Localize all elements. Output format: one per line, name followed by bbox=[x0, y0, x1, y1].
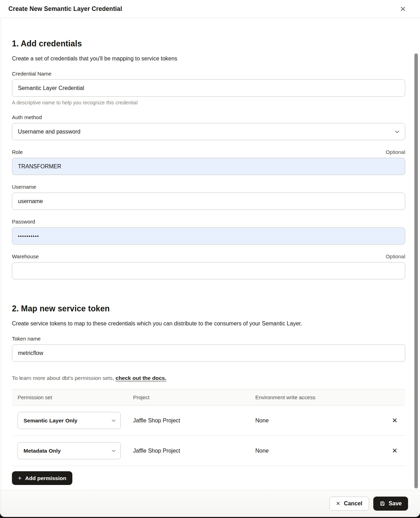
auth-method-selected-value: Username and password bbox=[18, 129, 80, 135]
scrollbar[interactable] bbox=[414, 53, 418, 488]
auth-method-field-group: Auth method Username and password bbox=[12, 114, 405, 140]
username-input[interactable] bbox=[12, 193, 405, 210]
cancel-button[interactable]: ✕ Cancel bbox=[329, 497, 369, 511]
section2-description: Create service tokens to map to these cr… bbox=[12, 320, 405, 327]
add-permission-label: Add permission bbox=[25, 475, 66, 481]
chevron-down-icon bbox=[395, 130, 399, 133]
modal-footer: ✕ Cancel Save bbox=[0, 490, 420, 517]
password-label: Password bbox=[12, 219, 35, 225]
credential-name-help: A descriptive name to help you recognize… bbox=[12, 100, 405, 105]
remove-permission-icon[interactable]: ✕ bbox=[390, 416, 400, 425]
docs-link[interactable]: check out the docs. bbox=[116, 375, 166, 381]
permission-row: Semantic Layer Only Jaffle Shop Project … bbox=[12, 406, 405, 436]
permission-row-env-write: None bbox=[255, 448, 384, 454]
username-field-group: Username bbox=[12, 184, 405, 210]
role-input[interactable] bbox=[12, 158, 405, 175]
create-credential-modal: Create New Semantic Layer Credential ✕ 1… bbox=[0, 0, 420, 517]
warehouse-label: Warehouse bbox=[12, 253, 39, 259]
permission-set-select[interactable]: Metadata Only bbox=[18, 442, 121, 459]
modal-content: 1. Add credentials Create a set of crede… bbox=[0, 18, 420, 490]
save-label: Save bbox=[389, 500, 402, 507]
auth-method-label: Auth method bbox=[12, 114, 42, 120]
permission-set-selected-value: Metadata Only bbox=[24, 448, 61, 454]
section1-description: Create a set of credentials that you'll … bbox=[12, 56, 405, 62]
token-name-input[interactable] bbox=[12, 344, 405, 362]
permission-row-env-write: None bbox=[255, 417, 384, 424]
column-header-permission-set: Permission set bbox=[18, 394, 133, 400]
warehouse-optional-tag: Optional bbox=[386, 253, 405, 259]
cancel-x-icon: ✕ bbox=[336, 500, 341, 507]
role-label: Role bbox=[12, 149, 23, 155]
modal-header: Create New Semantic Layer Credential ✕ bbox=[0, 0, 420, 18]
auth-method-select[interactable]: Username and password bbox=[12, 123, 405, 140]
password-input[interactable] bbox=[12, 227, 405, 245]
warehouse-input[interactable] bbox=[12, 262, 405, 279]
permission-set-select[interactable]: Semantic Layer Only bbox=[18, 412, 121, 429]
role-field-group: Role Optional bbox=[12, 149, 405, 175]
permission-docs-note: To learn more about dbt's permission set… bbox=[12, 375, 405, 381]
remove-permission-icon[interactable]: ✕ bbox=[390, 447, 400, 455]
credential-name-field-group: Credential Name A descriptive name to he… bbox=[12, 71, 405, 105]
password-field-group: Password bbox=[12, 219, 405, 245]
username-label: Username bbox=[12, 184, 36, 190]
token-name-field-group: Token name bbox=[12, 336, 405, 362]
save-button[interactable]: Save bbox=[373, 497, 408, 511]
page-edge-divider bbox=[1, 18, 1, 517]
column-header-project: Project bbox=[133, 394, 255, 400]
add-permission-button[interactable]: + Add permission bbox=[12, 471, 72, 485]
token-name-label: Token name bbox=[12, 336, 41, 342]
modal-title: Create New Semantic Layer Credential bbox=[8, 5, 122, 13]
section1-heading: 1. Add credentials bbox=[12, 39, 405, 48]
permission-row-project: Jaffle Shop Project bbox=[133, 417, 255, 424]
save-disk-icon bbox=[380, 501, 385, 506]
section2-heading: 2. Map new service token bbox=[12, 304, 405, 313]
permissions-table: Permission set Project Environment write… bbox=[12, 389, 405, 466]
permission-row-project: Jaffle Shop Project bbox=[133, 448, 255, 454]
chevron-down-icon bbox=[112, 449, 116, 452]
docs-note-text: To learn more about dbt's permission set… bbox=[12, 375, 116, 381]
column-header-env-write-access: Environment write access bbox=[255, 394, 384, 400]
credential-name-label: Credential Name bbox=[12, 71, 52, 77]
role-optional-tag: Optional bbox=[386, 149, 405, 155]
cancel-label: Cancel bbox=[344, 500, 362, 507]
permissions-table-header: Permission set Project Environment write… bbox=[12, 389, 405, 406]
chevron-down-icon bbox=[112, 419, 116, 422]
close-icon[interactable]: ✕ bbox=[397, 4, 409, 14]
credential-name-input[interactable] bbox=[12, 79, 405, 97]
warehouse-field-group: Warehouse Optional bbox=[12, 253, 405, 279]
permission-row: Metadata Only Jaffle Shop Project None ✕ bbox=[12, 436, 405, 466]
plus-icon: + bbox=[18, 475, 22, 481]
permission-set-selected-value: Semantic Layer Only bbox=[24, 417, 77, 424]
